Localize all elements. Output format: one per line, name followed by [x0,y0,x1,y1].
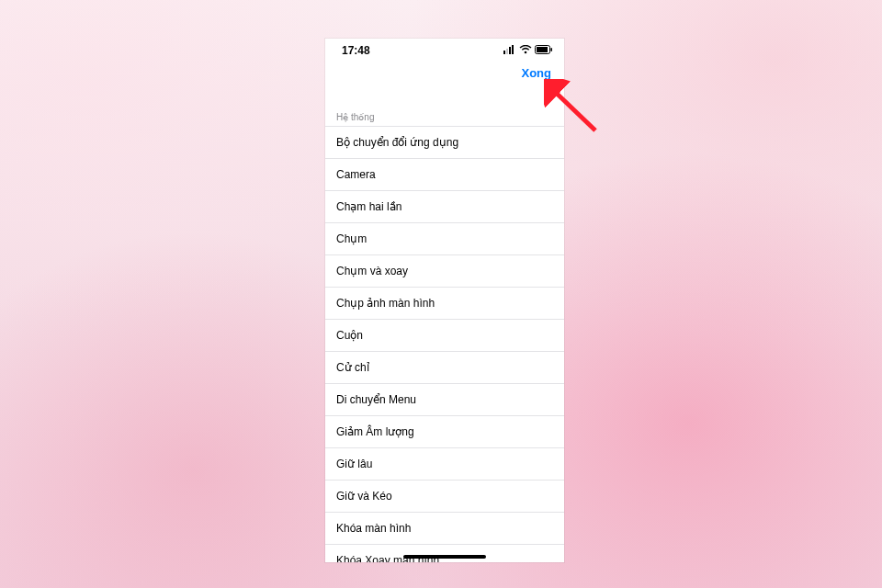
list-item[interactable]: Khóa màn hình [325,513,564,545]
list-item-label: Chạm hai lần [336,200,401,213]
list-item[interactable]: Chụp ảnh màn hình [325,288,564,320]
list-item[interactable]: Giữ và Kéo [325,481,564,513]
section-header: Hệ thống [325,92,564,126]
status-bar: 17:48 [325,39,564,62]
home-indicator [403,555,486,559]
list-item[interactable]: Khóa Xoay màn hình [325,545,564,562]
list-item[interactable]: Chạm hai lần [325,191,564,223]
svg-rect-2 [509,47,511,54]
list-item-label: Cử chỉ [336,361,369,374]
svg-rect-1 [506,49,508,54]
list-item-label: Bộ chuyển đổi ứng dụng [336,136,458,149]
svg-rect-6 [537,47,548,52]
list-item-label: Chụm và xoay [336,265,408,277]
svg-rect-0 [503,51,505,54]
phone-frame: 17:48 [325,39,564,562]
list-item[interactable]: Cuộn [325,320,564,352]
list-item-label: Giữ và Kéo [336,490,392,503]
list-item[interactable]: Di chuyển Menu [325,384,564,416]
list-item[interactable]: Giảm Âm lượng [325,416,564,448]
svg-rect-3 [512,45,514,54]
battery-icon [535,44,553,57]
status-time: 17:48 [342,44,370,57]
list-item-label: Khóa màn hình [336,522,411,535]
list-item-label: Cuộn [336,329,363,342]
list-item-label: Chụp ảnh màn hình [336,297,435,310]
list-item[interactable]: Camera [325,159,564,191]
list-item-label: Camera [336,168,376,181]
list-item-label: Di chuyển Menu [336,393,416,406]
list-item[interactable]: Bộ chuyển đổi ứng dụng [325,127,564,159]
signal-icon [503,44,516,57]
list-item-label: Giảm Âm lượng [336,425,414,438]
list-item[interactable]: Cử chỉ [325,352,564,384]
list-item[interactable]: Chụm [325,223,564,255]
svg-rect-7 [551,48,553,51]
done-button[interactable]: Xong [520,62,554,84]
svg-point-4 [525,51,527,54]
wifi-icon [519,44,532,57]
list-item[interactable]: Chụm và xoay [325,255,564,288]
list-item[interactable]: Giữ lâu [325,448,564,481]
list-item-label: Giữ lâu [336,458,372,470]
watercolor-background: 17:48 [0,0,882,588]
navigation-bar: Xong [325,62,564,92]
list-item-label: Chụm [336,232,367,245]
settings-list: Bộ chuyển đổi ứng dụng Camera Chạm hai l… [325,126,564,562]
status-right [503,44,553,57]
